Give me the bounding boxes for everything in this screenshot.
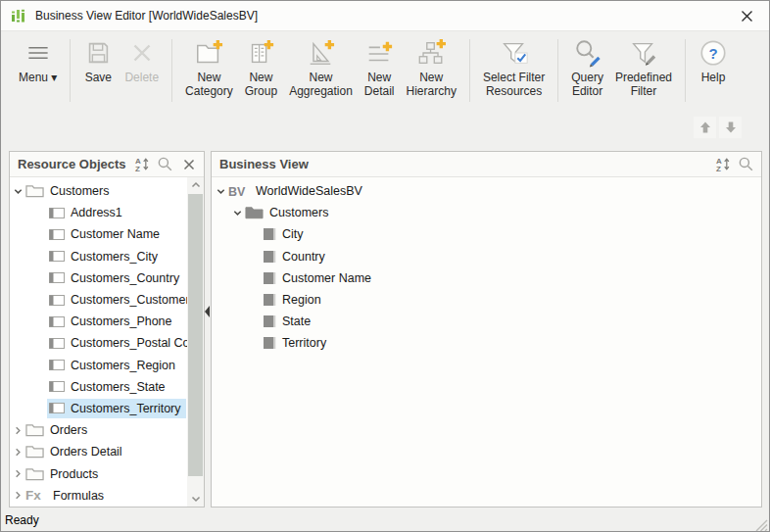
sort-az-icon[interactable]: A Z xyxy=(714,155,733,173)
tree-node[interactable]: Customers xyxy=(243,203,333,222)
tree-item-country[interactable]: Country xyxy=(212,246,761,267)
tree-node[interactable]: Country xyxy=(261,247,330,266)
tree-item-customers[interactable]: Customers xyxy=(10,180,187,202)
chevron-right-icon[interactable] xyxy=(12,424,24,436)
tree-item-address1[interactable]: Address1 xyxy=(10,202,187,223)
tree-item-customers-territory[interactable]: Customers_Territory xyxy=(10,398,187,419)
menu-button[interactable]: Menu ▾ xyxy=(13,38,63,84)
move-down-button[interactable] xyxy=(719,117,742,138)
column-icon xyxy=(49,229,65,240)
sort-az-icon[interactable]: A Z xyxy=(133,155,152,173)
chevron-down-icon[interactable] xyxy=(12,185,24,197)
tree-item-state[interactable]: State xyxy=(212,311,761,332)
tree-node[interactable]: FxFormulas xyxy=(24,486,109,506)
new-hierarchy-button[interactable]: New Hierarchy xyxy=(401,38,462,98)
chevron-right-icon[interactable] xyxy=(12,468,24,480)
tree-item-orders[interactable]: Orders xyxy=(10,419,187,441)
tree-item-customers-region[interactable]: Customers_Region xyxy=(10,355,187,376)
query-editor-label: Query Editor xyxy=(571,71,603,98)
query-editor-button[interactable]: Query Editor xyxy=(565,38,609,98)
tree-item-customers[interactable]: Customers xyxy=(212,202,761,223)
splitter-collapse-icon[interactable] xyxy=(205,306,210,317)
tree-node[interactable]: Customers_State xyxy=(47,377,170,397)
tree-item-customers-country[interactable]: Customers_Country xyxy=(10,267,187,289)
svg-text:Z: Z xyxy=(716,165,721,172)
predefined-filter-button[interactable]: Predefined Filter xyxy=(609,38,678,98)
close-icon[interactable] xyxy=(734,5,759,26)
chevron-right-icon[interactable] xyxy=(12,446,24,458)
business-view-body: BVWorldWideSalesBVCustomersCityCountryCu… xyxy=(212,177,761,507)
tree-item-customers-customer-id[interactable]: Customers_Customer ID xyxy=(10,289,187,311)
folder-icon xyxy=(25,184,44,198)
toolbar-separator xyxy=(557,39,558,102)
tree-item-label: Customers_Postal Code xyxy=(71,336,203,350)
tree-node[interactable]: City xyxy=(261,224,309,244)
folder-icon xyxy=(25,423,44,437)
delete-button: Delete xyxy=(119,38,165,84)
tree-node[interactable]: Customers_Postal Code xyxy=(47,333,204,353)
close-panel-icon[interactable] xyxy=(179,155,198,173)
scroll-up-icon[interactable] xyxy=(187,177,204,193)
tree-node[interactable]: BVWorldWideSalesBV xyxy=(226,181,367,201)
tree-item-label: City xyxy=(282,227,304,241)
scrollbar-thumb[interactable] xyxy=(188,194,203,476)
detail-plus-icon xyxy=(364,38,394,68)
scroll-down-icon[interactable] xyxy=(187,491,204,507)
reorder-strip xyxy=(1,108,769,151)
tree-item-customer-name[interactable]: Customer Name xyxy=(10,223,187,245)
panel-splitter[interactable] xyxy=(205,151,211,508)
tree-node[interactable]: Customers xyxy=(24,181,114,201)
tree-item-territory[interactable]: Territory xyxy=(212,332,761,354)
status-text: Ready xyxy=(5,513,39,527)
tree-item-customers-state[interactable]: Customers_State xyxy=(10,376,187,398)
chevron-down-icon[interactable] xyxy=(231,207,243,218)
tree-node[interactable]: Products xyxy=(24,464,103,484)
tree-node[interactable]: Orders Detail xyxy=(24,442,127,461)
tree-item-label: Customer Name xyxy=(71,227,160,241)
tree-item-customer-name[interactable]: Customer Name xyxy=(212,267,761,289)
tree-node[interactable]: Customer Name xyxy=(47,224,165,244)
tree-node[interactable]: Customers_City xyxy=(47,247,163,266)
new-group-button[interactable]: New Group xyxy=(239,38,283,98)
tree-node[interactable]: Customers_Region xyxy=(47,356,180,375)
tree-item-region[interactable]: Region xyxy=(212,289,761,311)
help-button[interactable]: ?Help xyxy=(693,38,734,84)
chevron-down-icon[interactable] xyxy=(215,185,226,197)
tree-item-orders-detail[interactable]: Orders Detail xyxy=(10,441,187,462)
search-icon[interactable] xyxy=(156,155,174,173)
tree-item-label: Customers_Country xyxy=(71,271,179,285)
tree-item-customers-postal-code[interactable]: Customers_Postal Code xyxy=(10,332,187,354)
tree-node[interactable]: Address1 xyxy=(47,203,127,222)
tree-node[interactable]: State xyxy=(261,312,315,331)
field-icon xyxy=(263,227,276,241)
tree-item-worldwidesalesbv[interactable]: BVWorldWideSalesBV xyxy=(212,180,761,202)
tree-node[interactable]: Region xyxy=(261,290,326,310)
tree-node[interactable]: Territory xyxy=(261,333,331,353)
resize-grip[interactable] xyxy=(755,519,768,532)
column-icon xyxy=(49,208,65,218)
tree-node[interactable]: Customers_Country xyxy=(47,268,184,288)
tree-item-customers-phone[interactable]: Customers_Phone xyxy=(10,311,187,332)
chevron-right-icon[interactable] xyxy=(12,490,24,502)
tree-item-label: Products xyxy=(50,467,98,481)
search-icon[interactable] xyxy=(737,155,755,173)
tree-item-formulas[interactable]: FxFormulas xyxy=(10,485,187,507)
tree-item-city[interactable]: City xyxy=(212,223,761,245)
tree-item-label: Customers_State xyxy=(71,380,166,394)
vertical-scrollbar[interactable] xyxy=(187,177,204,507)
tree-node[interactable]: Customers_Phone xyxy=(47,312,177,331)
new-detail-button[interactable]: New Detail xyxy=(359,38,401,98)
tree-node[interactable]: Orders xyxy=(24,420,92,440)
new-category-button[interactable]: New Category xyxy=(179,38,239,98)
column-icon xyxy=(49,381,65,392)
tree-node[interactable]: Customers_Territory xyxy=(47,399,186,418)
tree-node[interactable]: Customer Name xyxy=(261,268,376,288)
new-aggregation-button[interactable]: New Aggregation xyxy=(283,38,359,98)
help-icon: ? xyxy=(698,38,728,68)
tree-item-products[interactable]: Products xyxy=(10,462,187,484)
tree-node[interactable]: Customers_Customer ID xyxy=(47,290,204,310)
select-filter-resources-button[interactable]: Select Filter Resources xyxy=(477,38,551,98)
save-button[interactable]: Save xyxy=(77,38,119,84)
move-up-button[interactable] xyxy=(694,117,716,138)
tree-item-customers-city[interactable]: Customers_City xyxy=(10,246,187,267)
